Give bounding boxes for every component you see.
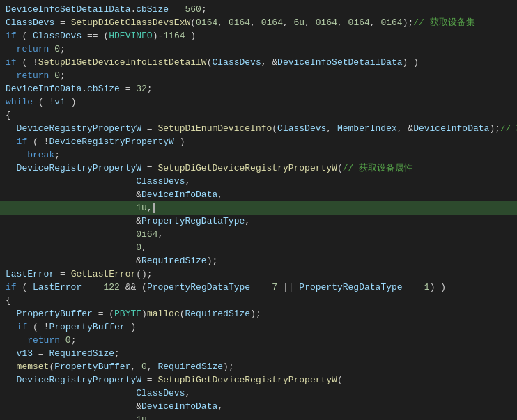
plain-token: ( bbox=[17, 282, 33, 293]
plain-token bbox=[6, 203, 136, 213]
fn-token: SetupDiGetDeviceRegistryPropertyW bbox=[157, 163, 337, 173]
plain-token: , bbox=[337, 17, 348, 28]
var-token: ClassDevs bbox=[136, 388, 185, 398]
kw-token: if bbox=[6, 282, 17, 293]
var-token: PropertyBuffer bbox=[54, 361, 130, 372]
plain-token: = bbox=[54, 17, 70, 28]
plain-token: && ( bbox=[120, 282, 147, 293]
plain-token: , bbox=[304, 17, 316, 28]
code-line: if ( !DeviceRegistryPropertyW ) bbox=[0, 135, 517, 148]
num-token: 0 bbox=[141, 361, 147, 372]
plain-token: = ( bbox=[93, 309, 114, 319]
plain-token: == bbox=[403, 282, 424, 293]
text-cursor bbox=[153, 203, 155, 213]
plain-token: , bbox=[157, 229, 163, 240]
var-token: PropertyBuffer bbox=[17, 309, 93, 319]
plain-token: = bbox=[141, 375, 157, 385]
plain-token: = bbox=[54, 269, 70, 279]
code-line: ClassDevs, bbox=[0, 175, 517, 188]
num-token: 1u bbox=[136, 203, 147, 213]
code-line: DeviceRegistryPropertyW = SetupDiEnumDev… bbox=[0, 122, 517, 135]
plain-token: , bbox=[217, 17, 229, 28]
code-line: 1u, bbox=[0, 201, 517, 215]
plain-token bbox=[6, 137, 17, 147]
comment-token: // 获取设备属性 bbox=[343, 163, 413, 173]
code-line: while ( !v1 ) bbox=[0, 95, 517, 109]
plain-token bbox=[6, 348, 17, 359]
var-token: DeviceInfoSetDetailData bbox=[277, 57, 402, 68]
plain-token: (); bbox=[136, 269, 152, 279]
num-token: 7 bbox=[272, 282, 277, 293]
comment-token: // 枚举设备 bbox=[500, 123, 517, 134]
plain-token: ); bbox=[403, 17, 414, 28]
var-token: PropertyRegDataType bbox=[147, 282, 250, 293]
kw-token: if bbox=[17, 322, 28, 332]
var-token: DeviceRegistryPropertyW bbox=[17, 163, 141, 173]
plain-token bbox=[6, 163, 17, 173]
num-token: 0i64 bbox=[380, 17, 402, 28]
code-line: 0, bbox=[0, 241, 517, 254]
plain-token bbox=[6, 414, 136, 420]
plain-token: ( bbox=[190, 17, 196, 28]
plain-token: , bbox=[245, 216, 250, 226]
var-token: RequiredSize bbox=[49, 348, 114, 359]
plain-token: ) bbox=[125, 322, 137, 332]
plain-token bbox=[6, 309, 17, 319]
var-token: RequiredSize bbox=[185, 309, 251, 319]
var-token: cbSize bbox=[87, 84, 120, 94]
code-line: break; bbox=[0, 148, 517, 162]
plain-token bbox=[6, 242, 136, 253]
code-line: v13 = RequiredSize; bbox=[0, 347, 517, 360]
plain-token: ) ) bbox=[430, 282, 446, 293]
var-token: ClassDevs bbox=[277, 123, 326, 134]
code-line: ClassDevs = SetupDiGetClassDevsExW(0i64,… bbox=[0, 16, 517, 29]
code-line: memset(PropertyBuffer, 0, RequiredSize); bbox=[0, 360, 517, 373]
kw-token: if bbox=[17, 137, 28, 147]
var-token: RequiredSize bbox=[141, 256, 207, 266]
var-token: ClassDevs bbox=[212, 57, 261, 68]
var-token: v13 bbox=[17, 348, 33, 359]
plain-token: ; bbox=[114, 348, 120, 359]
num-token: 6u bbox=[294, 17, 305, 28]
var-token: DeviceInfoData bbox=[141, 401, 217, 412]
plain-token: ; bbox=[201, 4, 207, 15]
code-line: DeviceRegistryPropertyW = SetupDiGetDevi… bbox=[0, 373, 517, 387]
code-line: 1u, bbox=[0, 413, 517, 420]
plain-token: ); bbox=[250, 309, 261, 319]
num-token: 1i64 bbox=[163, 31, 185, 41]
code-viewer: DeviceInfoSetDetailData.cbSize = 560;Cla… bbox=[0, 0, 517, 420]
plain-token bbox=[6, 375, 17, 385]
plain-token: ); bbox=[223, 361, 234, 372]
var-token: ClassDevs bbox=[6, 17, 54, 28]
var-token: RequiredSize bbox=[157, 361, 223, 372]
type-token: PBYTE bbox=[114, 309, 141, 319]
plain-token: ( ! bbox=[33, 97, 54, 107]
plain-token: ) bbox=[65, 97, 77, 107]
plain-token bbox=[6, 335, 27, 345]
num-token: 0 bbox=[54, 44, 60, 54]
plain-token: )- bbox=[153, 31, 164, 41]
plain-token bbox=[6, 176, 136, 187]
plain-token bbox=[6, 70, 17, 81]
num-token: 560 bbox=[185, 4, 201, 15]
plain-token: ); bbox=[489, 123, 500, 134]
plain-token: ) bbox=[174, 137, 185, 147]
plain-token: ) ) bbox=[403, 57, 419, 68]
num-token: 0i64 bbox=[348, 17, 370, 28]
plain-token: { bbox=[6, 295, 11, 306]
plain-token: ) bbox=[141, 309, 147, 319]
code-line: { bbox=[0, 109, 517, 122]
plain-token: = bbox=[141, 123, 157, 134]
plain-token: & bbox=[6, 216, 141, 226]
plain-token: . bbox=[82, 84, 87, 94]
num-token: 122 bbox=[103, 282, 119, 293]
var-token: DeviceInfoData bbox=[141, 189, 217, 200]
code-line: return 0; bbox=[0, 42, 517, 56]
code-line: if ( !PropertyBuffer ) bbox=[0, 320, 517, 334]
plain-token: ( bbox=[17, 31, 33, 41]
plain-token: = bbox=[169, 4, 185, 15]
var-token: PropertyBuffer bbox=[49, 322, 125, 332]
code-line: return 0; bbox=[0, 69, 517, 82]
var-token: LastError bbox=[33, 282, 82, 293]
plain-token: ; bbox=[147, 84, 153, 94]
